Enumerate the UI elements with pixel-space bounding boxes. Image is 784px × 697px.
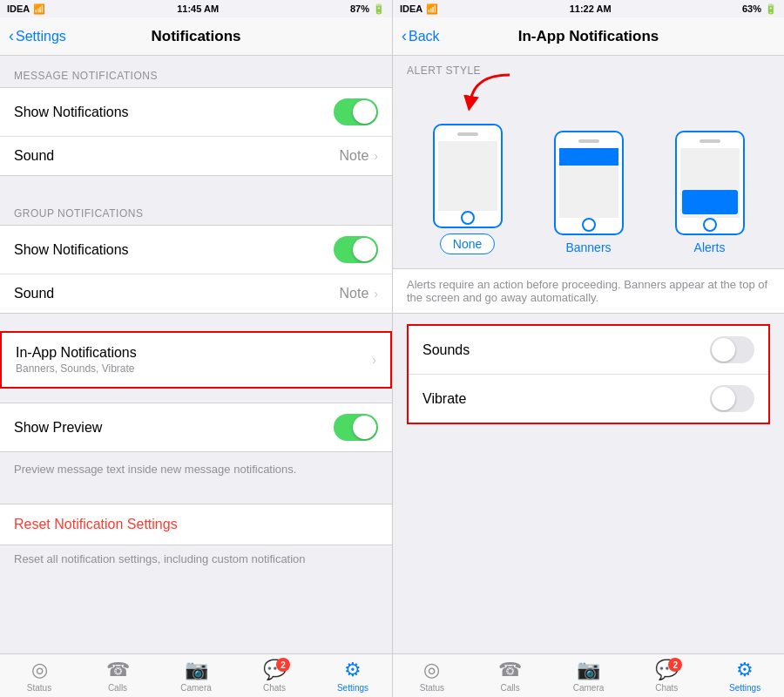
sounds-knob: [712, 338, 735, 362]
phone-alerts-illustration: [675, 131, 745, 235]
right-tab-settings[interactable]: ⚙ Settings: [706, 654, 784, 697]
vibrate-row[interactable]: Vibrate: [409, 375, 768, 423]
sounds-vibrate-group: Sounds Vibrate: [407, 324, 770, 424]
right-carrier: IDEA: [400, 3, 422, 14]
spacer: [0, 389, 392, 403]
sound-chevron-icon: ›: [374, 149, 378, 163]
left-status-label: Status: [27, 683, 51, 693]
show-preview-label: Show Preview: [14, 420, 334, 436]
left-tab-chats[interactable]: 💬 2 Chats: [235, 654, 314, 697]
group-notifications-header: GROUP NOTIFICATIONS: [0, 193, 392, 225]
main-content: MESSAGE NOTIFICATIONS Show Notifications…: [0, 56, 784, 653]
right-status-label: Status: [420, 683, 444, 693]
none-label: None: [440, 233, 495, 254]
show-preview-group: Show Preview: [0, 403, 392, 452]
sounds-toggle[interactable]: [710, 336, 754, 363]
right-camera-label: Camera: [573, 683, 605, 693]
nav-bars: ‹ Settings Notifications ‹ Back In-App N…: [0, 17, 784, 56]
sound-label: Sound: [14, 148, 340, 164]
show-preview-toggle[interactable]: [334, 414, 378, 441]
preview-description: Preview message text inside new message …: [0, 457, 392, 486]
show-notifications-toggle[interactable]: [334, 98, 378, 125]
arrow-area: [407, 85, 770, 120]
left-calls-icon: ☎: [106, 659, 130, 681]
group-show-notifications-label: Show Notifications: [14, 242, 334, 258]
group-show-notifications-toggle[interactable]: [334, 236, 378, 263]
phone-alerts-speaker: [700, 139, 720, 143]
left-settings-label: Settings: [337, 683, 368, 693]
left-nav-bar: ‹ Settings Notifications: [0, 17, 392, 56]
phone-alerts-home: [703, 218, 717, 232]
phone-none-illustration: [433, 124, 503, 228]
show-preview-row[interactable]: Show Preview: [0, 403, 392, 451]
left-settings-icon: ⚙: [344, 659, 362, 681]
group-show-notifications-row[interactable]: Show Notifications: [0, 226, 392, 274]
right-camera-icon: 📷: [577, 659, 600, 681]
right-tab-chats[interactable]: 💬 2 Chats: [627, 654, 706, 697]
status-bars: IDEA 📶 11:45 AM 87% 🔋 IDEA 📶 11:22 AM 63…: [0, 0, 784, 17]
phone-option-banners[interactable]: Banners: [554, 131, 624, 254]
left-nav-title: Notifications: [152, 28, 241, 45]
left-signal: IDEA 📶: [7, 3, 45, 15]
right-status-bar: IDEA 📶 11:22 AM 63% 🔋: [392, 0, 784, 17]
in-app-row-content: In-App Notifications Banners, Sounds, Vi…: [16, 345, 372, 375]
alert-description: Alerts require an action before proceedi…: [393, 268, 784, 314]
left-battery-area: 87% 🔋: [350, 3, 385, 15]
left-status-bar: IDEA 📶 11:45 AM 87% 🔋: [0, 0, 392, 17]
sound-row[interactable]: Sound Note ›: [0, 137, 392, 175]
right-battery-area: 63% 🔋: [742, 3, 777, 15]
phone-banners-speaker: [578, 139, 599, 143]
banners-label: Banners: [565, 240, 611, 254]
right-panel: ALERT STYLE: [392, 56, 784, 653]
left-wifi-icon: 📶: [33, 3, 45, 15]
left-battery-icon: 🔋: [373, 3, 385, 15]
in-app-subtitle: Banners, Sounds, Vibrate: [16, 362, 372, 375]
left-calls-label: Calls: [108, 683, 127, 693]
left-chevron-icon: ‹: [9, 27, 14, 45]
in-app-back-button[interactable]: ‹ Back: [402, 27, 440, 45]
vibrate-toggle[interactable]: [710, 385, 754, 412]
vibrate-label: Vibrate: [422, 391, 710, 407]
left-camera-icon: 📷: [185, 659, 208, 681]
right-battery-pct: 63%: [742, 3, 761, 14]
left-status-icon: ◎: [31, 659, 48, 681]
show-preview-knob: [353, 416, 376, 439]
tab-bar: ◎ Status ☎ Calls 📷 Camera 💬 2 Chats ⚙ Se…: [0, 653, 784, 697]
left-time: 11:45 AM: [177, 3, 219, 14]
left-tab-camera[interactable]: 📷 Camera: [157, 654, 235, 697]
show-notifications-row[interactable]: Show Notifications: [0, 88, 392, 137]
right-tab-camera[interactable]: 📷 Camera: [550, 654, 628, 697]
group-sound-value: Note: [340, 286, 369, 301]
reset-notification-settings-button[interactable]: Reset Notification Settings: [0, 504, 392, 545]
left-tab-calls[interactable]: ☎ Calls: [78, 654, 157, 697]
left-tab-settings[interactable]: ⚙ Settings: [314, 654, 392, 697]
sound-value: Note: [340, 148, 369, 164]
phone-none-home: [461, 211, 475, 225]
left-camera-label: Camera: [180, 683, 212, 693]
left-tab-status[interactable]: ◎ Status: [0, 654, 78, 697]
spacer2: [0, 486, 392, 504]
settings-back-button[interactable]: ‹ Settings: [9, 27, 66, 45]
right-chevron-icon: ‹: [402, 27, 407, 45]
phone-option-alerts[interactable]: Alerts: [675, 131, 745, 254]
right-settings-label: Settings: [729, 683, 760, 693]
sounds-row[interactable]: Sounds: [409, 326, 768, 375]
message-notifications-header: MESSAGE NOTIFICATIONS: [0, 56, 392, 87]
right-nav-bar: ‹ Back In-App Notifications: [392, 17, 784, 56]
group-show-notifications-knob: [353, 238, 376, 261]
group-sound-label: Sound: [14, 286, 340, 301]
group-sound-row[interactable]: Sound Note ›: [0, 274, 392, 313]
right-tab-calls[interactable]: ☎ Calls: [471, 654, 550, 697]
show-notifications-label: Show Notifications: [14, 105, 334, 120]
phone-option-none[interactable]: None: [433, 124, 503, 254]
phone-alerts-box: [682, 190, 738, 214]
red-arrow-icon: [457, 68, 527, 112]
vibrate-knob: [712, 387, 735, 410]
right-calls-label: Calls: [501, 683, 520, 693]
phone-banners-illustration: [554, 131, 624, 235]
right-chats-badge: 2: [668, 658, 682, 672]
right-signal: IDEA 📶: [400, 3, 438, 15]
left-panel: MESSAGE NOTIFICATIONS Show Notifications…: [0, 56, 392, 653]
right-tab-status[interactable]: ◎ Status: [393, 654, 471, 697]
in-app-notifications-row[interactable]: In-App Notifications Banners, Sounds, Vi…: [0, 331, 392, 389]
